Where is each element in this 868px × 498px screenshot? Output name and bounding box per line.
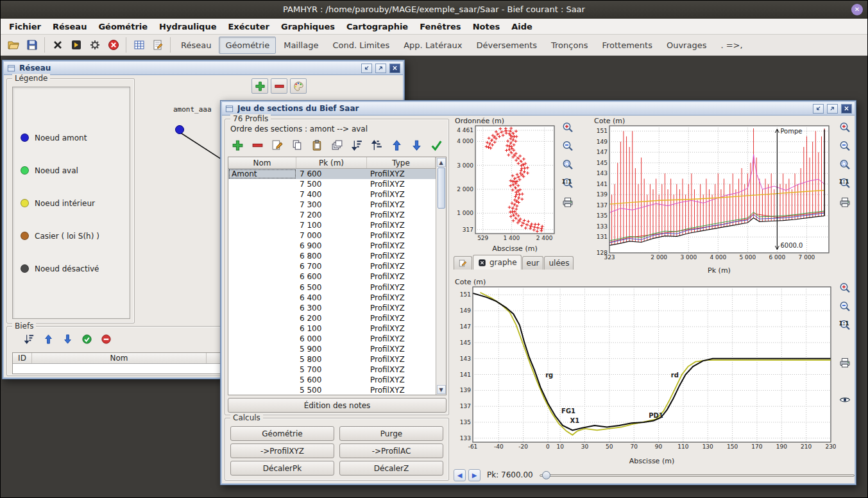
calc-button[interactable]: ->ProfilAC	[339, 443, 443, 458]
edit-profile-button[interactable]	[268, 136, 287, 154]
tab-graphe[interactable]: graphe	[473, 255, 522, 270]
toolbar-mode-button[interactable]: App. Latéraux	[397, 37, 468, 54]
menu-item[interactable]: Notes	[467, 20, 506, 33]
table-row[interactable]: 6 800 ProfilXYZ	[228, 251, 436, 261]
biefs-header-id[interactable]: ID	[13, 353, 32, 363]
settings-gear-icon[interactable]	[86, 37, 103, 54]
table-row[interactable]: 5 600 ProfilXYZ	[228, 375, 436, 385]
table-row[interactable]: 6 400 ProfilXYZ	[228, 293, 436, 303]
toolbar-mode-button[interactable]: . =>,	[714, 37, 749, 54]
move-down-button[interactable]	[60, 332, 75, 346]
app-close-button[interactable]: ✕	[851, 4, 863, 15]
biefs-header-nom[interactable]: Nom	[32, 353, 207, 363]
zoom-area-button[interactable]	[837, 157, 853, 173]
calc-button[interactable]: Géométrie	[230, 426, 334, 441]
minimize-button[interactable]	[813, 104, 824, 114]
table-row[interactable]: Amont 7 600 ProfilXYZ	[228, 169, 436, 179]
toolbar-mode-button[interactable]: Réseau	[174, 37, 217, 54]
toolbar-mode-button[interactable]: Géométrie	[219, 37, 276, 54]
table-row[interactable]: 6 100 ProfilXYZ	[228, 323, 436, 334]
header-pk[interactable]: Pk (m)	[296, 157, 367, 168]
zoom-in-button[interactable]	[837, 120, 853, 135]
zoom-reset-button[interactable]: 1:1	[837, 176, 853, 191]
table-row[interactable]: 7 300 ProfilXYZ	[228, 200, 436, 210]
scroll-down-arrow[interactable]: ▼	[437, 385, 446, 394]
notes-icon[interactable]	[149, 37, 166, 54]
add-profile-button[interactable]	[228, 136, 247, 154]
menu-item[interactable]: Réseau	[47, 20, 92, 33]
tab-ulees[interactable]: ulées	[544, 256, 574, 270]
calc-button[interactable]: DécalerPk	[230, 461, 334, 476]
table-row[interactable]: 6 500 ProfilXYZ	[228, 282, 436, 293]
upstream-node[interactable]	[176, 126, 184, 134]
calc-button[interactable]: ->ProfilXYZ	[230, 443, 334, 458]
toolbar-mode-button[interactable]: Tronçons	[545, 37, 594, 54]
table-row[interactable]: 5 500 ProfilXYZ	[228, 385, 436, 395]
zoom-out-button[interactable]	[837, 139, 853, 154]
plan-view-chart[interactable]: 5291 4002 4004 4614 0003 0002 0001 00031…	[454, 117, 558, 253]
scrollbar-thumb[interactable]	[438, 167, 445, 209]
maximize-button[interactable]	[827, 104, 838, 114]
print-button[interactable]	[560, 194, 575, 210]
minimize-button[interactable]	[361, 64, 372, 73]
move-up-button[interactable]	[40, 332, 56, 346]
pk-slider[interactable]	[540, 469, 855, 481]
zoom-out-button[interactable]	[560, 139, 575, 154]
validate-button[interactable]	[427, 136, 446, 154]
remove-profile-button[interactable]	[248, 136, 267, 154]
header-nom[interactable]: Nom	[228, 157, 296, 168]
table-row[interactable]: 5 700 ProfilXYZ	[228, 365, 436, 375]
longitudinal-profile-chart[interactable]: 3232 0003 0004 0005 0006 0007 0001511491…	[593, 117, 835, 275]
paste-button[interactable]	[307, 136, 327, 154]
header-type[interactable]: Type	[367, 157, 436, 168]
cross-section-chart[interactable]: -61-40-200103050709011013015017019021023…	[454, 278, 836, 465]
table-row[interactable]: 7 400 ProfilXYZ	[228, 189, 436, 200]
duplicate-button[interactable]	[327, 136, 346, 154]
close-file-icon[interactable]	[49, 37, 66, 54]
table-row[interactable]: 6 900 ProfilXYZ	[228, 241, 436, 251]
maximize-button[interactable]	[375, 64, 386, 73]
menu-item[interactable]: Graphiques	[275, 20, 341, 33]
edit-notes-button[interactable]: Édition des notes	[228, 398, 447, 413]
table-row[interactable]: 6 700 ProfilXYZ	[228, 261, 436, 271]
menu-item[interactable]: Exécuter	[222, 20, 275, 33]
toolbar-mode-button[interactable]: Déversements	[470, 37, 543, 54]
table-row[interactable]: 7 500 ProfilXYZ	[228, 179, 436, 189]
vertical-scrollbar[interactable]: ▲ ▼	[436, 157, 446, 395]
run-icon[interactable]	[67, 37, 85, 54]
tab-eur[interactable]: eur	[522, 256, 544, 270]
menu-item[interactable]: Fenêtres	[414, 20, 466, 33]
menu-item[interactable]: Cartographie	[341, 20, 414, 33]
table-row[interactable]: 6 300 ProfilXYZ	[228, 303, 436, 313]
eye-icon[interactable]	[837, 392, 853, 408]
table-row[interactable]: 5 900 ProfilXYZ	[228, 344, 436, 354]
copy-button[interactable]	[287, 136, 307, 154]
toolbar-mode-button[interactable]: Cond. Limites	[326, 37, 396, 54]
calc-button[interactable]: DécalerZ	[339, 461, 443, 476]
stop-icon[interactable]	[105, 37, 122, 54]
next-section-button[interactable]: ▶	[468, 469, 481, 481]
print-button[interactable]	[837, 194, 853, 210]
close-button[interactable]	[389, 64, 400, 73]
slider-track[interactable]	[540, 474, 855, 477]
menu-item[interactable]: Géométrie	[92, 20, 153, 33]
table-row[interactable]: 5 800 ProfilXYZ	[228, 354, 436, 365]
edit-tab[interactable]	[454, 256, 472, 270]
menu-item[interactable]: Hydraulique	[153, 20, 222, 33]
menu-item[interactable]: Fichier	[3, 20, 47, 33]
table-row[interactable]: 7 100 ProfilXYZ	[228, 220, 436, 230]
sections-window-titlebar[interactable]: Jeu de sections du Bief Saar	[222, 102, 855, 116]
sort-descending-button[interactable]	[347, 136, 366, 154]
zoom-in-button[interactable]	[837, 280, 853, 296]
calc-button[interactable]: Purge	[339, 426, 443, 441]
previous-section-button[interactable]: ◀	[454, 469, 466, 481]
toolbar-mode-button[interactable]: Maillage	[277, 37, 325, 54]
scroll-up-arrow[interactable]: ▲	[437, 158, 446, 167]
zoom-out-button[interactable]	[837, 299, 853, 314]
table-grid-icon[interactable]	[130, 37, 148, 54]
zoom-reset-button[interactable]: 1:1	[560, 176, 575, 191]
table-row[interactable]: 6 000 ProfilXYZ	[228, 334, 436, 344]
open-folder-icon[interactable]	[4, 37, 22, 54]
save-icon[interactable]	[23, 37, 40, 54]
remove-bief-button[interactable]	[98, 332, 114, 346]
